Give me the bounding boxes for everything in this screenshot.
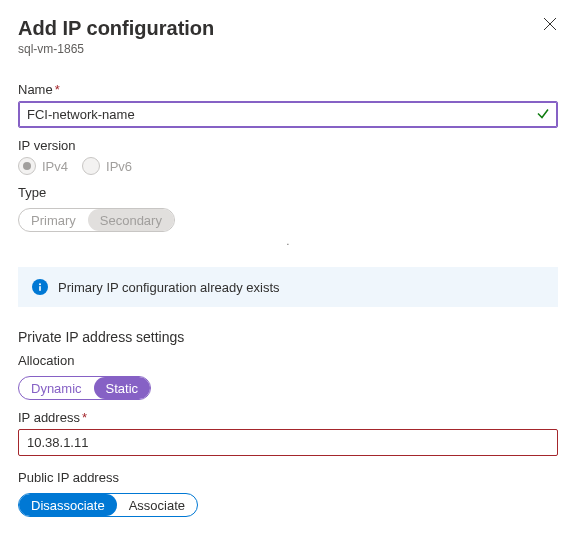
page-title: Add IP configuration (18, 16, 558, 40)
allocation-toggle[interactable]: Dynamic Static (18, 376, 151, 400)
divider-dot: . (18, 236, 558, 247)
page-subtitle: sql-vm-1865 (18, 42, 558, 56)
publicip-associate-button[interactable]: Associate (117, 494, 197, 516)
publicip-toggle[interactable]: Disassociate Associate (18, 493, 198, 517)
ipaddress-input[interactable] (18, 429, 558, 456)
private-section-title: Private IP address settings (18, 329, 558, 345)
radio-icon (82, 157, 100, 175)
name-label: Name* (18, 82, 558, 97)
allocation-dynamic-button[interactable]: Dynamic (19, 377, 94, 399)
publicip-disassociate-button[interactable]: Disassociate (19, 494, 117, 516)
type-secondary-button: Secondary (88, 209, 174, 231)
ipversion-ipv6-radio: IPv6 (82, 157, 132, 175)
ipaddress-label: IP address* (18, 410, 558, 425)
close-button[interactable] (540, 14, 560, 34)
info-message: Primary IP configuration already exists (58, 280, 280, 295)
svg-rect-3 (39, 286, 41, 291)
info-banner: Primary IP configuration already exists (18, 267, 558, 307)
info-icon (32, 279, 48, 295)
type-toggle: Primary Secondary (18, 208, 175, 232)
type-primary-button: Primary (19, 209, 88, 231)
allocation-static-button[interactable]: Static (94, 377, 151, 399)
svg-point-2 (39, 283, 41, 285)
ipversion-label: IP version (18, 138, 558, 153)
name-input[interactable] (18, 101, 558, 128)
type-label: Type (18, 185, 558, 200)
publicip-label: Public IP address (18, 470, 558, 485)
close-icon (543, 17, 557, 31)
ipversion-ipv4-radio: IPv4 (18, 157, 68, 175)
radio-icon (18, 157, 36, 175)
allocation-label: Allocation (18, 353, 558, 368)
